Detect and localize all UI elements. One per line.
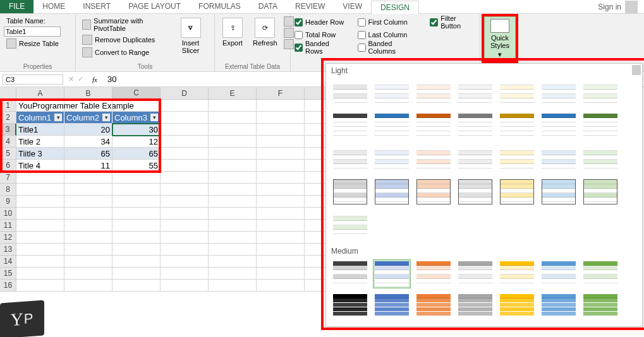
cell[interactable] [161,244,209,256]
chk-lastcol[interactable]: Last Column [358,29,419,40]
style-thumb[interactable] [456,177,494,206]
cell[interactable] [209,280,257,292]
filter-dropdown-icon[interactable]: ▾ [150,114,158,121]
row-header-5[interactable]: 5 [0,148,16,160]
row-header-1[interactable]: 1 [0,100,16,112]
tab-pagelayout[interactable]: PAGE LAYOUT [119,0,190,13]
cell[interactable] [161,100,209,112]
chk-headerrow[interactable]: Header Row [295,16,346,28]
cell[interactable] [257,280,305,292]
cell[interactable] [112,244,161,256]
chk-bandedrows[interactable]: Banded Rows [295,42,346,53]
style-thumb[interactable] [415,145,453,174]
cell[interactable] [209,196,257,208]
style-thumb[interactable] [456,145,494,174]
cell[interactable]: Column2▾ [64,112,112,124]
chk-totalrow[interactable]: Total Row [295,29,346,40]
style-thumb[interactable] [581,79,619,108]
cell[interactable] [209,232,257,244]
cell[interactable] [257,172,305,184]
col-header-B[interactable]: B [64,87,112,100]
style-thumb[interactable] [540,259,578,288]
gallery-scrollbar[interactable] [632,65,641,75]
cell[interactable] [161,196,209,208]
cell[interactable] [16,208,64,220]
style-thumb[interactable] [498,112,536,141]
cell[interactable] [112,196,161,208]
tab-review[interactable]: REVIEW [286,0,334,13]
cell[interactable] [257,220,305,232]
enter-icon[interactable]: ✓ [78,75,83,83]
cell[interactable] [161,124,209,136]
cell[interactable]: Title1 [16,124,64,136]
style-thumb[interactable] [331,145,369,174]
cell[interactable] [209,112,257,124]
style-thumb[interactable] [581,292,619,321]
cell[interactable] [161,172,209,184]
quick-styles-button[interactable]: Quick Styles ▾ [484,16,516,61]
row-header-12[interactable]: 12 [0,232,16,244]
cell[interactable]: 20 [64,124,112,136]
cell[interactable]: Column1▾ [16,112,64,124]
cell[interactable] [257,232,305,244]
cell[interactable] [161,256,209,268]
convert-range-button[interactable]: Convert to Range [80,47,168,58]
cell[interactable] [161,112,209,124]
cell[interactable] [257,112,305,124]
style-thumb[interactable] [456,79,494,108]
cell[interactable]: 11 [64,160,112,172]
cell[interactable] [112,100,161,112]
refresh-button[interactable]: ⟳ Refresh [249,16,281,49]
cell[interactable] [112,184,161,196]
style-thumb[interactable] [331,259,369,288]
col-header-E[interactable]: E [209,87,257,100]
style-thumb[interactable] [498,145,536,174]
style-thumb[interactable] [581,145,619,174]
style-thumb[interactable] [498,79,536,108]
cell[interactable] [64,244,112,256]
cell[interactable] [64,268,112,280]
cell[interactable] [257,160,305,172]
style-thumb[interactable] [456,112,494,141]
style-thumb[interactable] [456,292,494,321]
cell[interactable] [257,136,305,148]
cell[interactable] [112,220,161,232]
cell[interactable] [209,160,257,172]
cell[interactable]: Column3▾ [112,112,161,124]
cell[interactable]: 34 [64,136,112,148]
signin[interactable]: Sign in [598,0,644,13]
style-thumb[interactable] [373,177,411,206]
style-thumb[interactable] [498,292,536,321]
style-thumb[interactable] [373,79,411,108]
tab-view[interactable]: VIEW [334,0,371,13]
cell[interactable] [209,172,257,184]
style-thumb[interactable] [373,292,411,321]
tablename-input[interactable] [4,27,61,37]
style-thumb[interactable] [331,177,369,206]
cell[interactable]: Title 2 [16,136,64,148]
cell[interactable] [257,268,305,280]
cell[interactable] [257,208,305,220]
row-header-7[interactable]: 7 [0,172,16,184]
summarize-pivot-button[interactable]: Summarize with PivotTable [80,16,168,33]
cell[interactable]: 55 [112,160,161,172]
style-thumb[interactable] [373,145,411,174]
cell[interactable] [64,184,112,196]
cell[interactable] [16,232,64,244]
cell[interactable] [209,184,257,196]
row-header-14[interactable]: 14 [0,256,16,268]
tab-design[interactable]: DESIGN [371,1,419,14]
row-header-11[interactable]: 11 [0,220,16,232]
cell[interactable] [209,148,257,160]
tab-insert[interactable]: INSERT [74,0,119,13]
cell[interactable]: 30 [112,124,161,136]
cell[interactable] [257,244,305,256]
tab-file[interactable]: FILE [0,0,33,13]
cell[interactable] [16,196,64,208]
cell[interactable] [16,220,64,232]
filter-dropdown-icon[interactable]: ▾ [102,114,110,121]
cell[interactable] [16,184,64,196]
cell[interactable] [64,220,112,232]
cell[interactable] [112,280,161,292]
cell[interactable] [209,100,257,112]
